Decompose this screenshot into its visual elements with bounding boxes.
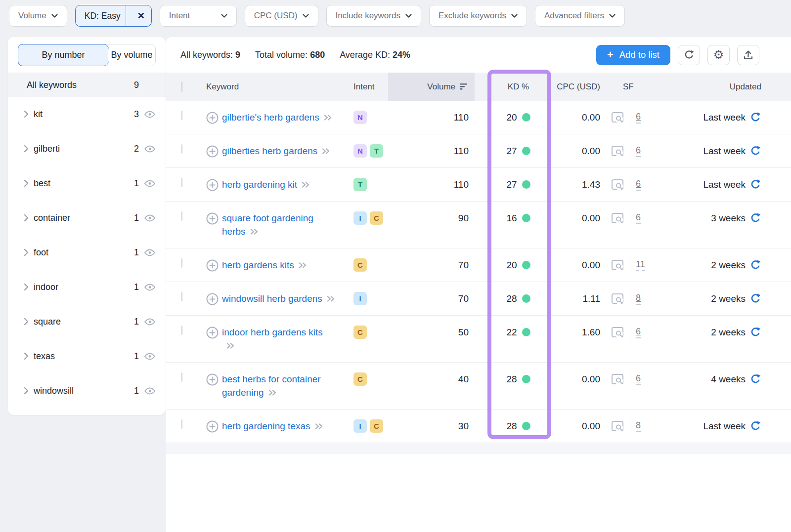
sidebar-keyword-group[interactable]: best 1: [8, 166, 166, 201]
export-button[interactable]: [737, 45, 759, 65]
refresh-metrics-icon[interactable]: [750, 420, 761, 432]
sidebar-keyword-group[interactable]: gilberti 2: [8, 131, 166, 166]
serp-preview-icon[interactable]: [611, 420, 624, 433]
row-checkbox[interactable]: [181, 326, 182, 335]
eye-icon[interactable]: [144, 284, 156, 291]
sf-count-link[interactable]: 8: [636, 293, 641, 305]
double-chevron-icon[interactable]: [322, 148, 330, 155]
double-chevron-icon[interactable]: [315, 423, 323, 430]
serp-preview-icon[interactable]: [611, 112, 624, 124]
add-keyword-icon[interactable]: [206, 373, 219, 386]
refresh-metrics-icon[interactable]: [750, 373, 761, 385]
refresh-button[interactable]: [678, 45, 700, 65]
settings-button[interactable]: ⚙: [707, 45, 730, 65]
filter-exclude-keywords[interactable]: Exclude keywords: [429, 5, 527, 27]
select-all-checkbox[interactable]: [181, 82, 182, 92]
refresh-metrics-icon[interactable]: [750, 179, 761, 190]
serp-preview-icon[interactable]: [611, 212, 624, 225]
keyword-link[interactable]: best herbs for container gardening: [222, 372, 335, 399]
sf-count-link[interactable]: 6: [636, 327, 641, 338]
keyword-link[interactable]: gilbertie's herb gardens: [222, 111, 332, 124]
add-keyword-icon[interactable]: [206, 112, 219, 124]
sf-count-link[interactable]: 6: [636, 112, 641, 123]
serp-preview-icon[interactable]: [611, 145, 624, 158]
sidebar-keyword-group[interactable]: texas 1: [8, 339, 166, 373]
all-keywords-row[interactable]: All keywords 9: [8, 73, 166, 97]
refresh-metrics-icon[interactable]: [750, 112, 761, 123]
sidebar-keyword-group[interactable]: windowsill 1: [8, 373, 166, 408]
filter-intent[interactable]: Intent: [160, 5, 237, 27]
sidebar-keyword-group[interactable]: kit 3: [8, 97, 166, 131]
sf-count-link[interactable]: 6: [636, 179, 641, 191]
refresh-metrics-icon[interactable]: [750, 327, 761, 338]
filter-cpc[interactable]: CPC (USD): [245, 5, 318, 27]
sf-count-link[interactable]: 8: [636, 420, 641, 432]
keyword-link[interactable]: windowsill herb gardens: [222, 292, 335, 305]
double-chevron-icon[interactable]: [302, 181, 309, 188]
volume-value: 70: [388, 248, 475, 272]
sf-count-link[interactable]: 11: [636, 259, 645, 271]
add-keyword-icon[interactable]: [206, 179, 219, 191]
row-checkbox[interactable]: [181, 372, 182, 382]
double-chevron-icon[interactable]: [299, 262, 307, 269]
double-chevron-icon[interactable]: [226, 342, 234, 349]
keyword-link[interactable]: indoor herb gardens kits: [222, 326, 335, 352]
double-chevron-icon[interactable]: [327, 295, 335, 302]
row-checkbox[interactable]: [181, 258, 182, 268]
sf-count-link[interactable]: 6: [636, 145, 641, 157]
filter-kd-active[interactable]: KD: Easy ✕: [75, 5, 152, 27]
row-checkbox[interactable]: [181, 419, 182, 429]
filter-advanced[interactable]: Advanced filters: [535, 5, 625, 27]
serp-preview-icon[interactable]: [611, 373, 624, 386]
sf-count-link[interactable]: 6: [636, 373, 641, 385]
add-keyword-icon[interactable]: [206, 420, 219, 433]
row-checkbox[interactable]: [181, 211, 182, 221]
filter-volume[interactable]: Volume: [9, 5, 67, 27]
keyword-link[interactable]: herb gardens kits: [222, 258, 307, 272]
add-keyword-icon[interactable]: [206, 145, 219, 158]
refresh-metrics-icon[interactable]: [750, 259, 761, 271]
add-keyword-icon[interactable]: [206, 293, 219, 305]
eye-icon[interactable]: [144, 353, 156, 360]
refresh-metrics-icon[interactable]: [750, 145, 761, 157]
refresh-metrics-icon[interactable]: [750, 212, 761, 224]
serp-preview-icon[interactable]: [611, 293, 624, 305]
tab-by-volume[interactable]: By volume: [108, 44, 155, 66]
add-keyword-icon[interactable]: [206, 212, 219, 225]
header-volume[interactable]: Volume: [388, 73, 475, 101]
sidebar-keyword-group[interactable]: container 1: [8, 201, 166, 235]
sidebar-keyword-group[interactable]: square 1: [8, 304, 166, 339]
sf-count-link[interactable]: 6: [636, 212, 641, 224]
group-label: indoor: [34, 282, 58, 292]
row-checkbox[interactable]: [181, 292, 182, 301]
close-icon[interactable]: ✕: [131, 10, 151, 21]
keyword-link[interactable]: square foot gardening herbs: [222, 211, 335, 238]
eye-icon[interactable]: [144, 145, 156, 153]
keyword-link[interactable]: gilberties herb gardens: [222, 144, 330, 158]
add-keyword-icon[interactable]: [206, 259, 219, 272]
double-chevron-icon[interactable]: [250, 228, 258, 235]
eye-icon[interactable]: [144, 318, 156, 326]
add-to-list-button[interactable]: + Add to list: [596, 45, 670, 65]
row-checkbox[interactable]: [181, 144, 182, 154]
row-checkbox[interactable]: [181, 178, 182, 187]
keyword-link[interactable]: herb gardening kit: [222, 178, 309, 191]
tab-by-number[interactable]: By number: [18, 44, 109, 66]
sidebar-keyword-group[interactable]: indoor 1: [8, 270, 166, 304]
refresh-metrics-icon[interactable]: [750, 293, 761, 304]
eye-icon[interactable]: [144, 180, 156, 187]
eye-icon[interactable]: [144, 249, 156, 256]
serp-preview-icon[interactable]: [611, 327, 624, 339]
eye-icon[interactable]: [144, 111, 156, 118]
sidebar-keyword-group[interactable]: foot 1: [8, 235, 166, 270]
serp-preview-icon[interactable]: [611, 179, 624, 191]
eye-icon[interactable]: [144, 214, 156, 222]
eye-icon[interactable]: [144, 387, 156, 395]
keyword-link[interactable]: herb gardening texas: [222, 419, 323, 433]
filter-include-keywords[interactable]: Include keywords: [326, 5, 421, 27]
double-chevron-icon[interactable]: [268, 389, 276, 396]
double-chevron-icon[interactable]: [324, 114, 332, 121]
row-checkbox[interactable]: [181, 111, 182, 120]
serp-preview-icon[interactable]: [611, 259, 624, 272]
add-keyword-icon[interactable]: [206, 327, 219, 339]
